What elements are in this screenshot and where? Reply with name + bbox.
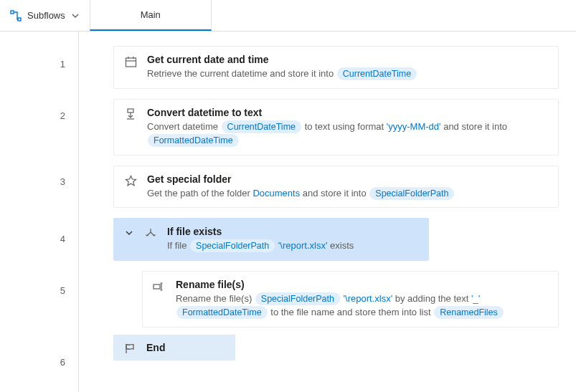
desc-text: Convert datetime: [147, 121, 221, 132]
chevron-down-icon: [71, 11, 80, 20]
svg-rect-0: [11, 11, 14, 14]
desc-text: and store it into: [441, 121, 508, 132]
action-convert-datetime[interactable]: Convert datetime to text Convert datetim…: [113, 99, 559, 156]
action-rename-files[interactable]: Rename file(s) Rename the file(s) Specia…: [142, 271, 559, 328]
desc-text: exists: [327, 240, 354, 251]
desc-text: and store it into: [300, 188, 369, 199]
action-content: If file exists If file SpecialFolderPath…: [167, 226, 354, 253]
flag-icon: [123, 342, 136, 355]
variable-token[interactable]: CurrentDateTime: [337, 67, 417, 80]
branch-icon: [144, 227, 157, 240]
variable-token[interactable]: CurrentDateTime: [222, 120, 301, 133]
svg-rect-4: [154, 285, 160, 289]
action-end[interactable]: End: [113, 335, 235, 360]
svg-rect-1: [18, 18, 21, 21]
action-title: End: [146, 342, 165, 353]
line-gutter: 1 2 3 4 5 6: [0, 32, 79, 392]
line-number: 1: [0, 50, 78, 102]
action-description: If file SpecialFolderPath '\report.xlsx'…: [167, 239, 354, 253]
tab-main[interactable]: Main: [90, 0, 212, 31]
action-title: Get special folder: [147, 173, 455, 185]
line-number: 6: [0, 348, 78, 392]
action-get-special-folder[interactable]: Get special folder Get the path of the f…: [113, 166, 559, 209]
action-title: Convert datetime to text: [147, 107, 548, 118]
variable-token[interactable]: SpecialFolderPath: [369, 187, 454, 200]
desc-text: Rename the file(s): [176, 293, 255, 304]
desc-text: Retrieve the current datetime and store …: [147, 68, 336, 79]
action-get-datetime[interactable]: Get current date and time Retrieve the c…: [113, 46, 559, 89]
calendar-icon: [124, 55, 137, 68]
subflows-label: Subflows: [27, 10, 65, 21]
variable-token[interactable]: SpecialFolderPath: [190, 239, 275, 252]
action-content: Get current date and time Retrieve the c…: [147, 54, 417, 81]
literal-text: '_': [471, 293, 480, 304]
line-number: 2: [0, 102, 78, 168]
action-content: Rename file(s) Rename the file(s) Specia…: [176, 279, 548, 320]
editor-body: 1 2 3 4 5 6 Get current date and time Re…: [0, 32, 576, 392]
convert-icon: [124, 108, 137, 121]
variable-token[interactable]: FormattedDateTime: [148, 134, 239, 147]
variable-token[interactable]: FormattedDateTime: [176, 306, 268, 319]
action-description: Rename the file(s) SpecialFolderPath '\r…: [176, 292, 548, 320]
action-content: Get special folder Get the path of the f…: [147, 173, 455, 201]
action-title: Get current date and time: [147, 54, 417, 65]
line-number: 4: [0, 225, 78, 277]
tab-main-label: Main: [141, 9, 161, 20]
action-title: Rename file(s): [176, 279, 548, 290]
top-toolbar: Subflows Main: [0, 0, 576, 32]
desc-text: to the file name and store them into lis…: [268, 307, 434, 317]
subflows-dropdown[interactable]: Subflows: [0, 0, 90, 31]
star-icon: [124, 175, 137, 188]
action-description: Convert datetime CurrentDateTime to text…: [147, 120, 548, 148]
desc-text: to text using format: [302, 121, 387, 132]
chevron-down-icon[interactable]: [124, 228, 134, 238]
svg-rect-3: [128, 109, 133, 113]
rename-icon: [153, 280, 166, 293]
literal-text: '\report.xlsx': [344, 293, 393, 304]
action-content: Convert datetime to text Convert datetim…: [147, 107, 548, 148]
literal-text: 'yyyy-MM-dd': [387, 121, 441, 132]
line-number: 5: [0, 277, 78, 348]
flow-icon: [10, 10, 22, 21]
action-description: Retrieve the current datetime and store …: [147, 67, 417, 81]
svg-rect-2: [126, 58, 136, 67]
flow-canvas: Get current date and time Retrieve the c…: [79, 32, 576, 392]
variable-token[interactable]: SpecialFolderPath: [255, 292, 340, 305]
action-description: Get the path of the folder Documents and…: [147, 186, 455, 201]
link-text: Documents: [252, 188, 300, 199]
variable-token[interactable]: RenamedFiles: [434, 306, 504, 319]
literal-text: '\report.xlsx': [278, 240, 328, 251]
line-number: 3: [0, 168, 78, 225]
desc-text: If file: [167, 240, 189, 251]
desc-text: by adding the text: [392, 293, 471, 304]
action-title: If file exists: [167, 226, 354, 237]
desc-text: Get the path of the folder: [147, 188, 252, 199]
action-if-file-exists[interactable]: If file exists If file SpecialFolderPath…: [113, 218, 429, 261]
